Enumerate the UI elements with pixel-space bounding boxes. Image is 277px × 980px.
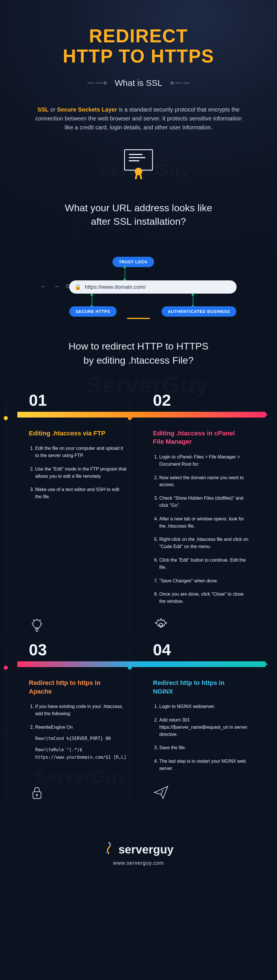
- svg-point-5: [106, 851, 108, 853]
- list-item: Use the "Edit" mode in the FTP program t…: [35, 466, 130, 480]
- divider-dots-left: [87, 81, 106, 84]
- code-line: RewriteRule ^(.*)$ https://www.yourdomai…: [35, 746, 127, 761]
- step-vline: [6, 649, 6, 802]
- pill-trust-lock: TRUST LOCK: [112, 257, 154, 267]
- intro-text-before: or: [49, 106, 57, 113]
- step-number: 01: [29, 391, 130, 409]
- pill-secure-https: SECURE HTTPS: [69, 306, 117, 317]
- heading-line-2: after SSL installation?: [91, 216, 186, 227]
- gear-icon: [153, 617, 169, 635]
- heading-line-1: How to redirect HTTP to HTTPS: [69, 340, 209, 352]
- step-list: Login to cPanel› Files > File Manager > …: [153, 453, 254, 605]
- step-card-1: 01 Editing .htaccess via FTP Edit the fi…: [17, 391, 141, 640]
- section-divider: [127, 318, 150, 319]
- step-bar: [17, 412, 141, 418]
- list-item: Login to NGINX webserver.: [159, 703, 254, 710]
- step-title: Editing .htaccess in cPanel File Manager: [153, 429, 245, 446]
- list-item: Check "Show Hidden Files (dotfiles)" and…: [159, 495, 254, 509]
- list-item: Save the file.: [159, 744, 254, 751]
- svg-rect-2: [33, 792, 41, 799]
- step-number: 04: [153, 640, 254, 659]
- svg-point-4: [110, 843, 111, 845]
- list-item: The last step is to restart your NGINX w…: [159, 758, 254, 772]
- brand-mark-icon: [103, 842, 114, 857]
- step-card-3: 03 Redirect http to https in Apache If y…: [17, 640, 141, 807]
- step-card-2: 02 Editing .htaccess in cPanel File Mana…: [141, 391, 266, 640]
- step-vline: [130, 649, 130, 802]
- brand-name: serverguy: [118, 843, 173, 856]
- step-vline: [130, 399, 130, 635]
- list-item: If you have existing code in your .htacc…: [35, 703, 130, 718]
- title-line-2: HTTP TO HTTPS: [63, 46, 215, 67]
- list-item: After a new tab or window opens, look fo…: [159, 515, 254, 530]
- step-title: Redirect http to https in NGINX: [153, 679, 245, 695]
- pill-authenticated-business: AUTHENTICATED BUSINESS: [162, 306, 236, 317]
- lightbulb-icon: [29, 617, 45, 635]
- step-vline: [6, 399, 6, 635]
- certificate-icon: [124, 149, 153, 175]
- tagline-text: What is SSL: [115, 78, 162, 88]
- list-item: Click the "Edit" button to continue. Edi…: [159, 557, 254, 571]
- list-item: Make use of a text editor and SSH to edi…: [35, 486, 130, 501]
- browser-nav-icons: ← → ⟳: [40, 283, 73, 290]
- intro-highlight-ssl: SSL: [37, 106, 49, 113]
- code-line: RewriteCond %{SERVER_PORT} 80: [35, 735, 127, 743]
- section-heading-howto: How to redirect HTTP to HTTPS by editing…: [35, 339, 242, 368]
- list-item: Login to cPanel› Files > File Manager > …: [159, 453, 254, 468]
- list-item: Add return 301 https://$server_name$requ…: [159, 717, 254, 738]
- step-card-4: 04 Redirect http to https in NGINX Login…: [141, 640, 266, 807]
- divider-dots-right: [171, 81, 190, 84]
- list-item-text: RewriteEngine On: [35, 725, 73, 730]
- step-list: Edit the file on your computer and uploa…: [29, 445, 130, 501]
- intro-paragraph: SSL or Secure Sockets Layer is a standar…: [20, 105, 257, 132]
- step-list: Login to NGINX webserver. Add return 301…: [153, 703, 254, 772]
- step-title: Editing .htaccess via FTP: [29, 429, 121, 438]
- paper-plane-icon: [153, 784, 169, 802]
- step-bar: [141, 661, 266, 667]
- lock-icon: 🔒: [74, 283, 82, 290]
- list-item: Edit the file on your computer and uploa…: [35, 445, 130, 459]
- list-item: Once you are done, click "Close" to clos…: [159, 591, 254, 605]
- heading-line-1: What your URL address looks like: [65, 202, 212, 213]
- page-title: REDIRECT HTTP TO HTTPS: [11, 26, 266, 67]
- intro-highlight-layer: Secure Sockets Layer: [57, 106, 117, 113]
- list-item: Right-click on the .htaccess file and cl…: [159, 536, 254, 550]
- step-list: If you have existing code in your .htacc…: [29, 703, 130, 761]
- title-line-1: REDIRECT: [89, 25, 188, 46]
- url-bar: 🔒 https://www.domain.com/: [69, 280, 237, 294]
- brand-logo: serverguy: [103, 842, 173, 857]
- url-demo: TRUST LOCK ← → ⟳ 🔒 https://www.domain.co…: [29, 249, 248, 301]
- list-item: RewriteEngine On RewriteCond %{SERVER_PO…: [35, 724, 130, 761]
- url-text: https://www.domain.com/: [85, 284, 146, 290]
- list-item: Now select the domain name you want to a…: [159, 474, 254, 489]
- step-number: 02: [153, 391, 254, 409]
- list-item: "Save Changes" when done.: [159, 578, 254, 585]
- svg-point-3: [36, 794, 38, 796]
- step-bar: [141, 412, 266, 418]
- step-title: Redirect http to https in Apache: [29, 679, 121, 695]
- tagline-row: What is SSL: [0, 78, 277, 88]
- padlock-icon: [29, 784, 45, 802]
- step-number: 03: [29, 640, 130, 659]
- svg-point-0: [33, 620, 41, 628]
- step-bar: [17, 661, 141, 667]
- heading-line-2: by editing .htaccess File?: [83, 355, 194, 366]
